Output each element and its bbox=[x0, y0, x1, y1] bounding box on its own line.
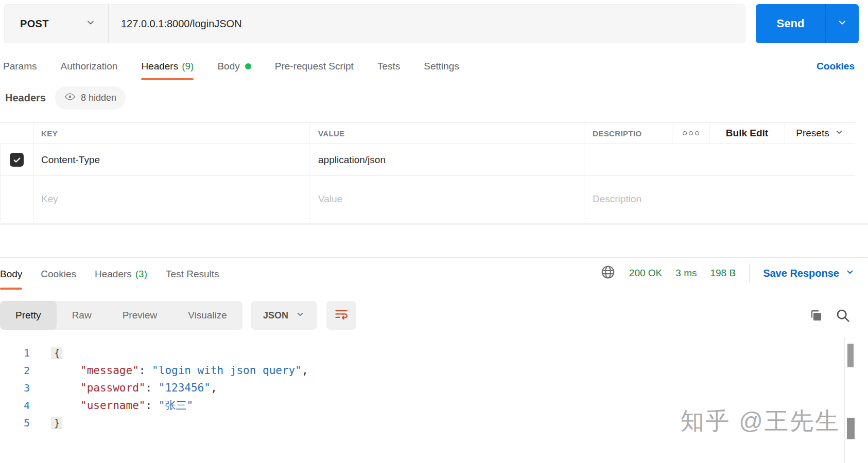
headers-table-header: KEY VALUE DESCRIPTIO Bulk Edit Presets bbox=[0, 122, 855, 144]
chevron-down-icon bbox=[835, 128, 844, 139]
tab-authorization[interactable]: Authorization bbox=[60, 51, 117, 81]
tab-pre-request-script[interactable]: Pre-request Script bbox=[275, 51, 354, 81]
tab-tests[interactable]: Tests bbox=[377, 51, 400, 81]
dot-icon bbox=[683, 131, 687, 135]
json-separator: : bbox=[145, 382, 158, 394]
row-checkbox-cell bbox=[0, 144, 33, 175]
new-value-input[interactable] bbox=[318, 193, 584, 205]
more-options-button[interactable] bbox=[672, 123, 709, 144]
bulk-edit-label: Bulk Edit bbox=[726, 128, 768, 139]
tab-body-label: Body bbox=[217, 61, 239, 72]
new-key-input[interactable] bbox=[41, 193, 309, 205]
format-select[interactable]: JSON bbox=[251, 301, 317, 330]
view-pretty[interactable]: Pretty bbox=[0, 301, 57, 330]
editor-scrollbar-track bbox=[844, 337, 845, 463]
tab-pre-request-label: Pre-request Script bbox=[275, 61, 354, 72]
header-row-empty bbox=[0, 176, 855, 222]
new-value-cell bbox=[309, 176, 584, 222]
dot-icon bbox=[695, 131, 699, 135]
header-value-cell[interactable]: application/json bbox=[309, 144, 584, 175]
view-preview[interactable]: Preview bbox=[107, 301, 173, 330]
tab-headers-label: Headers bbox=[141, 61, 178, 72]
method-select[interactable]: POST bbox=[5, 5, 109, 43]
presets-label: Presets bbox=[796, 128, 829, 139]
globe-icon[interactable] bbox=[600, 264, 616, 282]
response-meta: 200 OK 3 ms 198 B Save Response bbox=[600, 258, 855, 289]
header-key-cell[interactable]: Content-Type bbox=[33, 144, 309, 175]
column-key: KEY bbox=[33, 123, 309, 144]
json-value: "张三" bbox=[159, 399, 193, 412]
chevron-down-icon bbox=[296, 310, 305, 322]
tab-body[interactable]: Body bbox=[217, 51, 251, 81]
line-number: 2 bbox=[0, 364, 30, 377]
response-tab-test-results[interactable]: Test Results bbox=[166, 258, 219, 291]
response-tab-tests-label: Test Results bbox=[166, 269, 219, 280]
new-description-cell bbox=[584, 176, 855, 222]
json-separator: : bbox=[145, 399, 158, 412]
response-headers-count-badge: (3) bbox=[135, 269, 147, 280]
send-options-button[interactable] bbox=[826, 4, 859, 43]
json-key: "message" bbox=[80, 364, 139, 377]
chevron-down-icon bbox=[85, 17, 96, 30]
response-body-editor[interactable]: 1 { 2 "message": "login with json query"… bbox=[0, 337, 868, 463]
fold-marker-open-brace[interactable]: { bbox=[51, 347, 62, 359]
json-separator: : bbox=[139, 364, 152, 377]
status-badge: 200 OK bbox=[629, 268, 662, 279]
copy-icon[interactable] bbox=[808, 308, 824, 323]
response-tab-headers[interactable]: Headers (3) bbox=[95, 258, 147, 291]
watermark-block bbox=[847, 418, 855, 439]
chevron-down-icon bbox=[837, 17, 847, 30]
response-tab-cookies[interactable]: Cookies bbox=[41, 258, 76, 291]
line-number: 3 bbox=[0, 382, 30, 394]
send-split-button: Send bbox=[756, 4, 859, 43]
tab-tests-label: Tests bbox=[377, 61, 400, 72]
line-number: 1 bbox=[0, 347, 30, 359]
code-line: 1 { bbox=[0, 344, 868, 362]
response-size: 198 B bbox=[710, 268, 736, 279]
line-number: 4 bbox=[0, 399, 30, 412]
view-raw-label: Raw bbox=[72, 310, 92, 321]
response-tab-cookies-label: Cookies bbox=[41, 269, 76, 280]
send-button[interactable]: Send bbox=[756, 4, 826, 43]
row-checkbox-checked[interactable] bbox=[10, 153, 24, 167]
wrap-lines-button[interactable] bbox=[326, 301, 356, 330]
header-description-cell[interactable] bbox=[584, 144, 855, 175]
editor-scrollbar-thumb[interactable] bbox=[847, 344, 854, 367]
format-label: JSON bbox=[263, 310, 288, 321]
headers-title: Headers bbox=[5, 92, 46, 104]
cookies-link[interactable]: Cookies bbox=[817, 51, 855, 81]
hidden-headers-label: 8 hidden bbox=[81, 93, 116, 103]
response-time: 3 ms bbox=[675, 268, 697, 279]
url-input[interactable] bbox=[109, 18, 745, 30]
postman-window: POST Send Params Authorization Headers (… bbox=[0, 0, 868, 463]
search-icon[interactable] bbox=[835, 308, 850, 323]
presets-dropdown[interactable]: Presets bbox=[785, 123, 855, 144]
view-preview-label: Preview bbox=[123, 310, 158, 321]
fold-marker-close-brace[interactable]: } bbox=[51, 417, 62, 429]
tab-params-label: Params bbox=[3, 61, 37, 72]
save-response-label: Save Response bbox=[763, 268, 839, 279]
body-has-content-dot bbox=[245, 63, 251, 69]
view-pretty-label: Pretty bbox=[15, 310, 41, 321]
tab-settings[interactable]: Settings bbox=[424, 51, 459, 81]
save-response-button[interactable]: Save Response bbox=[763, 268, 855, 279]
json-comma: , bbox=[211, 382, 217, 394]
view-mode-group: Pretty Raw Preview Visualize bbox=[0, 301, 242, 330]
hidden-headers-toggle[interactable]: 8 hidden bbox=[55, 86, 126, 110]
json-value: "123456" bbox=[159, 382, 211, 394]
headers-count-badge: (9) bbox=[182, 61, 194, 72]
code-line: 2 "message": "login with json query", bbox=[0, 362, 868, 379]
tab-params[interactable]: Params bbox=[3, 51, 37, 81]
view-visualize[interactable]: Visualize bbox=[172, 301, 242, 330]
line-number: 5 bbox=[0, 417, 30, 429]
tab-headers[interactable]: Headers (9) bbox=[141, 51, 194, 81]
method-label: POST bbox=[20, 18, 49, 30]
json-value: "login with json query" bbox=[152, 364, 302, 377]
response-tab-headers-label: Headers bbox=[95, 269, 132, 280]
viewer-action-icons bbox=[808, 301, 850, 330]
bulk-edit-button[interactable]: Bulk Edit bbox=[709, 123, 785, 144]
code-line: 3 "password": "123456", bbox=[0, 379, 868, 397]
view-raw[interactable]: Raw bbox=[57, 301, 107, 330]
response-tab-body[interactable]: Body bbox=[0, 258, 22, 291]
new-description-input[interactable] bbox=[593, 193, 855, 205]
